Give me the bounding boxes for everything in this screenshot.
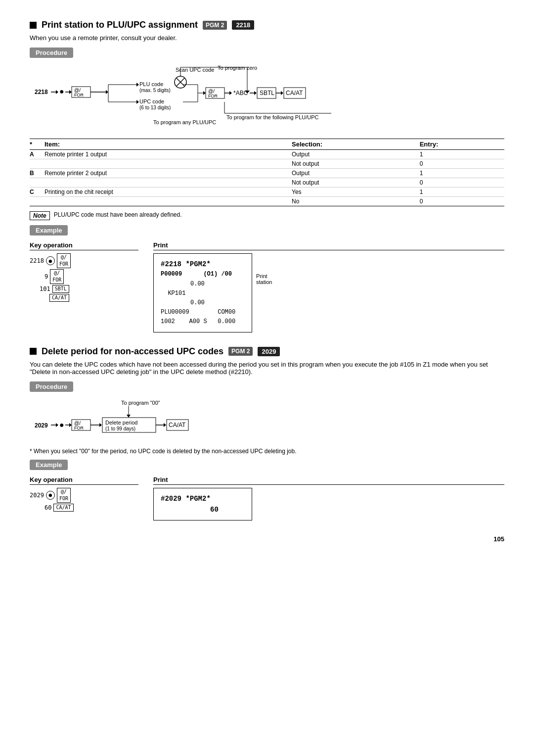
svg-marker-61 [69,423,72,427]
procedure-svg-2: To program "00" 2029 ● @/ FOR Delete per… [30,399,307,438]
table-cell-sel: No [287,197,415,206]
svg-text:To program zero: To program zero [218,65,257,71]
table-cell-entry: 1 [415,169,504,178]
key-btn-for3: @/FOR [57,488,71,503]
example-section-1: Example Key operation 2218 ● @/FOR 9 @/F… [30,225,504,332]
page-number: 105 [30,535,504,543]
note-box-2: * When you select "00" for the period, n… [30,448,504,455]
svg-marker-19 [106,90,108,94]
black-square-icon-2 [30,348,37,355]
table-cell-desc [40,159,287,169]
procedure-diagram-2: To program "00" 2029 ● @/ FOR Delete per… [30,399,504,440]
table-cell-item: A [30,150,40,159]
key-row-2-1: 2029 ● @/FOR [30,488,138,503]
table-cell-entry: 0 [415,178,504,188]
key-row-2: 9 @/FOR [44,269,138,284]
example-section-2: Example Key operation 2029 ● @/FOR 60 CA… [30,460,504,521]
section1-pgm-badge: PGM 2 [203,21,227,30]
print-station-text-2: station [256,279,272,285]
table-col1-header: Item: [40,139,287,150]
procedure-svg-1: Scan UPC code To program zero 2218 ● @/ … [30,65,405,129]
example-columns-2: Key operation 2029 ● @/FOR 60 CA/AT [30,476,504,521]
dot-icon-2: ● [46,491,55,500]
section1-title: Print station to PLU/UPC assignment PGM … [30,20,504,30]
receipt-line-3: 0.00 [161,280,245,289]
svg-text:FOR: FOR [74,425,84,430]
svg-text:(6 to 13 digits): (6 to 13 digits) [139,105,171,110]
key-val-101: 101 [40,285,50,292]
svg-text:CA/AT: CA/AT [286,90,303,96]
receipt2-line-1: #2029 *PGM2* [161,493,245,504]
print-col-2: Print #2029 *PGM2* 60 [153,476,504,521]
key-btn-sbtl: SBTL [52,285,69,293]
svg-text:SBTL: SBTL [260,90,274,96]
svg-text:Delete period: Delete period [105,420,137,425]
svg-text:To program for the following P: To program for the following PLU/UPC [226,114,319,120]
print-header-2: Print [153,476,504,485]
table-row: CPrinting on the chit receiptYes1 [30,188,504,197]
svg-marker-55 [127,415,131,418]
svg-text:2218: 2218 [35,89,48,95]
table-cell-sel: Output [287,169,415,178]
procedure-box-1: Procedure [30,47,73,58]
note-text-1: PLU/UPC code must have been already defi… [54,211,182,218]
example-columns-1: Key operation 2218 ● @/FOR 9 @/FOR [30,241,504,332]
key-rows-1: 2218 ● @/FOR 9 @/FOR 101 SBTL [30,253,138,302]
table-cell-item [30,178,40,188]
key-op-col-2: Key operation 2029 ● @/FOR 60 CA/AT [30,476,138,512]
print-header-1: Print [153,241,504,250]
svg-marker-22 [136,83,139,87]
print-receipt-2: #2029 *PGM2* 60 [153,488,252,521]
svg-marker-27 [136,100,139,104]
table-cell-desc: Remote printer 1 output [40,150,287,159]
receipt-line-4: KP101 [161,289,245,298]
svg-text:●: ● [59,87,64,95]
table-cell-item [30,197,40,206]
section2: Delete period for non-accessed UPC codes… [30,346,504,521]
receipt2-line-2: 60 [161,504,245,515]
table-cell-entry: 1 [415,150,504,159]
section2-title-text: Delete period for non-accessed UPC codes [42,346,223,357]
note-text-2: * When you select "00" for the period, n… [30,448,297,455]
svg-marker-66 [99,423,102,427]
key-row-1: 2218 ● @/FOR [30,253,138,268]
key-btn-caat: CA/AT [49,294,69,302]
table-row: Not output0 [30,159,504,169]
section2-title: Delete period for non-accessed UPC codes… [30,346,504,357]
receipt-line-7: 1002 A00 S 0.000 [161,317,245,327]
svg-text:FOR: FOR [74,93,84,97]
key-btn-for2: @/FOR [50,269,64,284]
table-row: BRemote printer 2 outputOutput1 [30,169,504,178]
svg-text:FOR: FOR [208,94,218,98]
table-row: Not output0 [30,178,504,188]
svg-marker-58 [56,423,58,427]
svg-text:2029: 2029 [35,422,48,429]
print-station-label: Print station [256,273,272,285]
table-row: ARemote printer 1 outputOutput1 [30,150,504,159]
svg-text:PLU code: PLU code [139,81,163,87]
svg-text:CA/AT: CA/AT [169,422,186,428]
section1-code-badge: 2218 [232,20,254,30]
table-cell-sel: Not output [287,159,415,169]
section1: Print station to PLU/UPC assignment PGM … [30,20,504,332]
svg-text:Scan UPC code: Scan UPC code [176,67,214,73]
table-header-star: * [30,139,40,150]
section1-subtitle: When you use a remote printer, consult y… [30,34,504,42]
section1-title-text: Print station to PLU/UPC assignment [42,20,198,30]
procedure-diagram-1: Scan UPC code To program zero 2218 ● @/ … [30,65,504,131]
table-cell-item: C [30,188,40,197]
table-cell-desc: Printing on the chit receipt [40,188,287,197]
receipt-line-5: 0.00 [161,298,245,308]
svg-text:*ABC: *ABC [233,90,248,96]
table-cell-entry: 1 [415,188,504,197]
svg-marker-14 [69,90,72,94]
key-op-header-1: Key operation [30,241,138,250]
table-cell-desc [40,178,287,188]
table-cell-desc [40,197,287,206]
procedure-box-2: Procedure [30,381,73,392]
svg-marker-39 [229,91,232,95]
section1-table: * Item: Selection: Entry: ARemote printe… [30,139,504,206]
key-row-3: 101 SBTL [40,285,138,293]
receipt-line-2: P00009 (O1) /00 [161,270,245,279]
table-cell-desc: Remote printer 2 output [40,169,287,178]
